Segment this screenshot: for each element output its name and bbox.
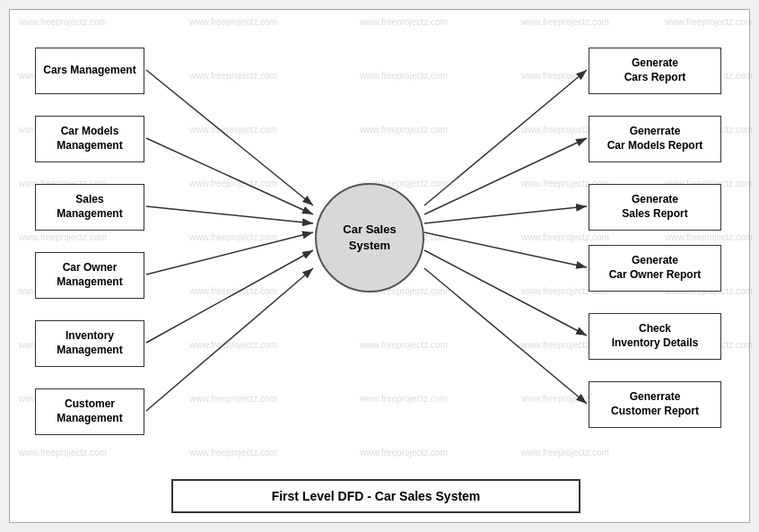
svg-line-10 [424, 232, 587, 267]
svg-line-8 [424, 138, 587, 214]
svg-line-5 [146, 250, 313, 343]
diagram-container: www.freeprojectz.com www.freeprojectz.co… [9, 9, 750, 523]
car-models-management-box: Car ModelsManagement [35, 116, 144, 162]
check-inventory-details-box: CheckInventory Details [589, 313, 721, 360]
svg-line-9 [424, 206, 587, 223]
svg-line-2 [146, 138, 313, 214]
car-owner-management-box: Car OwnerManagement [35, 252, 144, 299]
diagram-title: First Level DFD - Car Sales System [272, 489, 481, 503]
customer-management-box: CustomerManagement [35, 388, 144, 435]
svg-line-1 [146, 70, 313, 205]
generate-car-owner-report-box: GenerateCar Owner Report [589, 245, 721, 292]
generate-customer-report-box: GenerrateCustomer Report [589, 381, 721, 428]
center-circle: Car SalesSystem [315, 183, 424, 292]
generate-cars-report-box: GenerateCars Report [589, 48, 721, 94]
diagram-title-box: First Level DFD - Car Sales System [171, 479, 580, 513]
generate-sales-report-box: GenerateSales Report [589, 184, 721, 231]
cars-management-box: Cars Management [35, 48, 144, 94]
generate-car-models-report-box: GenerrateCar Models Report [589, 116, 721, 162]
svg-line-6 [146, 268, 313, 411]
svg-line-3 [146, 206, 313, 223]
svg-line-12 [424, 268, 587, 404]
sales-management-box: SalesManagement [35, 184, 144, 231]
svg-line-4 [146, 232, 313, 275]
diagram-inner: www.freeprojectz.com www.freeprojectz.co… [10, 10, 749, 522]
svg-line-7 [424, 70, 587, 205]
inventory-management-box: InventoryManagement [35, 320, 144, 367]
svg-line-11 [424, 250, 587, 336]
